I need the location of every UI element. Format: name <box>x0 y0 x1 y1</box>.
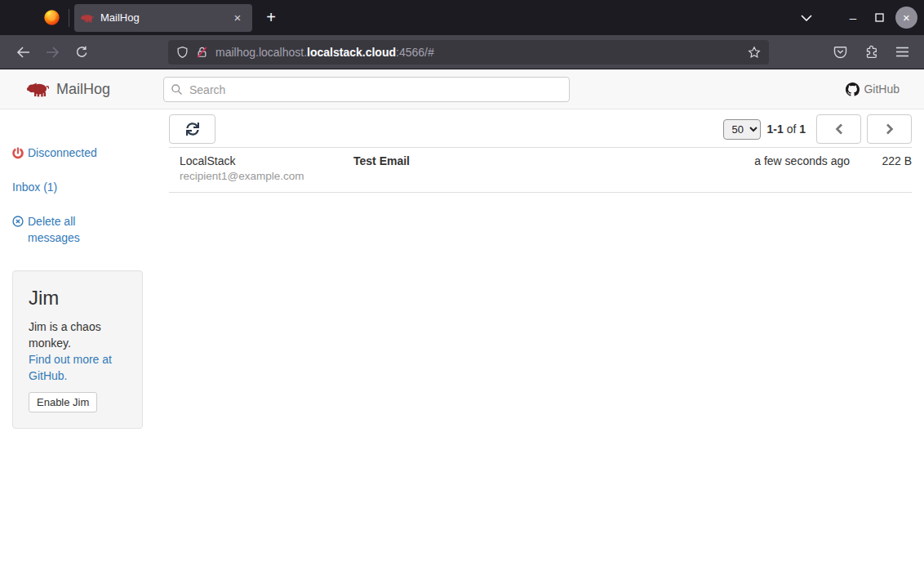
brand-title: MailHog <box>56 81 110 98</box>
hamburger-menu-icon[interactable] <box>895 47 909 57</box>
url-bar[interactable]: mailhog.localhost.localstack.cloud:4566/… <box>168 40 769 65</box>
reload-icon <box>76 46 88 58</box>
jim-panel: Jim Jim is a chaos monkey. Find out more… <box>12 270 143 429</box>
browser-window: MailHog × + – × <box>0 0 924 566</box>
sidebar-item-inbox[interactable]: Inbox (1) <box>12 179 143 195</box>
message-list-pane: 50 1-1 of 1 LocalStack recipient1@exampl… <box>169 109 912 566</box>
github-octocat-icon <box>846 82 860 96</box>
delete-all-label: Delete all messages <box>28 213 109 246</box>
browser-titlebar: MailHog × + – × <box>0 0 924 35</box>
tracking-shield-icon <box>176 46 189 59</box>
new-tab-button[interactable]: + <box>259 6 283 30</box>
chevron-right-icon <box>886 123 894 135</box>
github-label: GitHub <box>864 82 900 96</box>
github-link[interactable]: GitHub <box>846 82 900 96</box>
mailhog-favicon <box>81 13 94 23</box>
reload-button[interactable] <box>69 39 95 65</box>
jim-description: Jim is a chaos monkey. <box>29 319 127 351</box>
back-arrow-icon <box>16 47 30 58</box>
mailhog-pig-icon <box>27 81 49 97</box>
list-toolbar: 50 1-1 of 1 <box>169 114 912 148</box>
power-icon <box>12 147 24 159</box>
message-timestamp: a few seconds ago <box>719 154 850 168</box>
firefox-view-icon[interactable] <box>38 4 65 32</box>
message-from-email: recipient1@example.com <box>180 168 353 185</box>
mailhog-brand[interactable]: MailHog <box>27 81 110 98</box>
forward-button <box>39 39 65 65</box>
page-size-select[interactable]: 50 <box>723 119 761 140</box>
titlebar-separator <box>69 9 69 27</box>
message-from: LocalStack recipient1@example.com <box>180 154 353 185</box>
tab-close-icon[interactable]: × <box>229 10 246 26</box>
sidebar: Disconnected Inbox (1) Delete all messag… <box>12 109 143 566</box>
mailhog-navbar: MailHog GitHub <box>0 69 924 109</box>
maximize-button[interactable] <box>866 5 892 31</box>
refresh-button[interactable] <box>169 114 215 144</box>
search-icon <box>171 83 183 96</box>
message-row[interactable]: LocalStack recipient1@example.com Test E… <box>169 148 912 193</box>
refresh-icon <box>186 123 199 136</box>
page-content: Disconnected Inbox (1) Delete all messag… <box>0 109 924 566</box>
minimize-button[interactable]: – <box>840 5 866 31</box>
jim-title: Jim <box>29 287 127 310</box>
maximize-icon <box>875 13 884 22</box>
enable-jim-button[interactable]: Enable Jim <box>29 392 97 412</box>
browser-tab-mailhog[interactable]: MailHog × <box>74 4 252 32</box>
bookmark-star-icon[interactable] <box>748 46 761 59</box>
message-from-name: LocalStack <box>180 154 353 168</box>
pocket-icon[interactable] <box>833 45 847 59</box>
inbox-label: Inbox (1) <box>12 179 57 195</box>
list-all-tabs-chevron-icon[interactable] <box>794 6 819 30</box>
insecure-lock-icon <box>196 46 208 59</box>
extensions-puzzle-icon[interactable] <box>864 45 878 59</box>
next-page-button[interactable] <box>867 114 912 144</box>
window-close-button[interactable]: × <box>895 7 917 29</box>
pagination-range: 1-1 of 1 <box>767 123 806 136</box>
connection-status-label: Disconnected <box>28 145 97 161</box>
chevron-left-icon <box>835 123 843 135</box>
forward-arrow-icon <box>46 47 60 58</box>
back-button[interactable] <box>10 39 36 65</box>
search-box <box>163 77 570 102</box>
connection-status[interactable]: Disconnected <box>12 145 143 161</box>
message-size: 222 B <box>850 154 912 168</box>
search-input[interactable] <box>163 77 570 102</box>
browser-nav-toolbar: mailhog.localhost.localstack.cloud:4566/… <box>0 35 924 69</box>
pagination: 50 1-1 of 1 <box>723 114 913 144</box>
message-subject: Test Email <box>353 154 719 168</box>
sidebar-item-delete-all[interactable]: Delete all messages <box>12 213 109 246</box>
remove-circle-icon <box>12 216 24 227</box>
tab-title: MailHog <box>100 11 223 24</box>
jim-github-link[interactable]: Find out more at GitHub. <box>29 353 112 382</box>
toolbar-right-icons <box>833 45 914 59</box>
url-text: mailhog.localhost.localstack.cloud:4566/… <box>215 46 434 59</box>
previous-page-button[interactable] <box>816 114 861 144</box>
